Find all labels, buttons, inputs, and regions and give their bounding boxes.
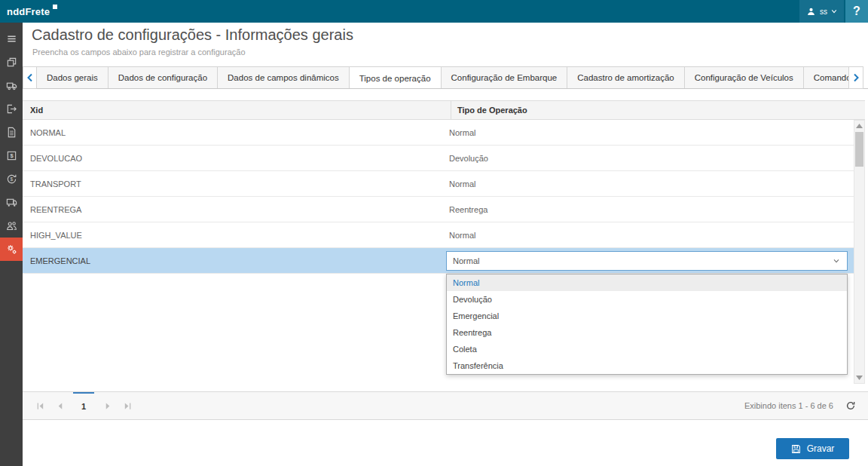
tab-dados-de-configura-o[interactable]: Dados de configuração: [108, 66, 218, 88]
save-button[interactable]: Gravar: [776, 438, 849, 459]
tab-cadastro-de-amortiza-o[interactable]: Cadastro de amortização: [567, 66, 684, 88]
previous-page-button[interactable]: [50, 392, 69, 419]
cell-tipo-operacao: Normal: [443, 248, 854, 273]
table-row[interactable]: REENTREGAReentrega: [23, 197, 854, 222]
cell-tipo-operacao: Normal: [443, 120, 854, 145]
table-row[interactable]: TRANSPORTNormal: [23, 171, 854, 197]
sidebar: $$: [0, 23, 23, 466]
save-icon: [791, 444, 801, 454]
dropdown-option[interactable]: Normal: [447, 274, 847, 291]
invoice-icon: $: [6, 150, 17, 161]
user-icon: [806, 7, 816, 17]
grid-header: Xid Tipo de Operação: [23, 100, 865, 120]
cell-tipo-operacao: Normal: [443, 171, 854, 196]
last-page-icon: [124, 402, 132, 410]
topbar: nddFrete ss ?: [0, 0, 868, 23]
chevron-down-icon: [832, 256, 841, 265]
sidebar-item-copies[interactable]: [0, 51, 23, 74]
table-row[interactable]: NORMALNormal: [23, 120, 854, 146]
help-button[interactable]: ?: [845, 0, 868, 23]
refresh-money-icon: $: [6, 173, 17, 185]
users-icon: [6, 220, 17, 231]
refresh-icon: [845, 400, 856, 411]
first-page-button[interactable]: [30, 392, 50, 419]
cell-xid: REENTREGA: [23, 197, 443, 222]
scroll-down-button[interactable]: [854, 372, 864, 383]
dropdown-option[interactable]: Emergencial: [447, 308, 847, 324]
main-content: Cadastro de configurações - Informações …: [23, 23, 868, 466]
table-row[interactable]: DEVOLUCAODevolução: [23, 146, 854, 171]
tab-dados-de-campos-din-micos[interactable]: Dados de campos dinâmicos: [218, 66, 350, 88]
dropdown-option[interactable]: Transferência: [447, 357, 847, 374]
sidebar-item-invoice[interactable]: $: [0, 144, 23, 167]
cell-xid: NORMAL: [23, 120, 443, 145]
svg-text:$: $: [10, 152, 14, 159]
app-logo: nddFrete: [7, 6, 58, 17]
cell-xid: EMERGENCIAL: [23, 248, 443, 273]
copies-icon: [6, 57, 17, 68]
cell-xid: TRANSPORT: [23, 171, 443, 196]
tab-scroll-left-button[interactable]: [23, 66, 37, 89]
cell-xid: DEVOLUCAO: [23, 146, 443, 170]
scrollbar-thumb[interactable]: [855, 132, 863, 167]
triangle-up-icon: [856, 124, 863, 128]
last-page-button[interactable]: [118, 392, 137, 419]
tab-comandos-de[interactable]: Comandos de: [804, 66, 848, 88]
user-menu-button[interactable]: ss: [799, 0, 844, 23]
tab-dados-gerais[interactable]: Dados gerais: [37, 66, 108, 88]
page-subtitle: Preencha os campos abaixo para registrar…: [32, 48, 246, 57]
menu-icon: [6, 33, 17, 44]
scroll-up-button[interactable]: [854, 121, 864, 131]
sidebar-item-export[interactable]: [0, 97, 23, 121]
first-page-icon: [36, 402, 44, 410]
sidebar-item-refresh-money[interactable]: $: [0, 167, 23, 191]
current-page-button[interactable]: 1: [73, 392, 94, 419]
chevron-right-icon: [852, 73, 860, 82]
column-header-tipo-operacao[interactable]: Tipo de Operação: [451, 101, 865, 119]
tipo-operacao-combobox[interactable]: Normal: [446, 251, 848, 271]
document-icon: [6, 127, 17, 138]
refresh-button[interactable]: [845, 400, 856, 411]
tab-strip: Dados geraisDados de configuraçãoDados d…: [37, 66, 848, 88]
topbar-right: ss ?: [799, 0, 868, 23]
cell-tipo-operacao: Reentrega: [443, 197, 854, 222]
fleet-truck-icon: [6, 197, 17, 208]
dropdown-panel: NormalDevoluçãoEmergencialReentregaColet…: [446, 274, 848, 375]
table-row[interactable]: EMERGENCIALNormal: [23, 248, 854, 274]
vertical-scrollbar[interactable]: [854, 120, 865, 384]
gears-icon: [6, 244, 17, 255]
dropdown-option[interactable]: Coleta: [447, 341, 847, 357]
chevron-down-icon: [831, 8, 837, 14]
cell-xid: HIGH_VALUE: [23, 222, 443, 247]
save-button-label: Gravar: [807, 443, 835, 454]
tab-tipos-de-opera-o[interactable]: Tipos de operação: [350, 66, 442, 88]
user-label: ss: [820, 8, 827, 16]
sidebar-item-document[interactable]: [0, 121, 23, 144]
table-row[interactable]: HIGH_VALUENormal: [23, 222, 854, 248]
pagination-bar: 1 Exibindo itens 1 - 6 de 6: [23, 391, 868, 420]
previous-page-icon: [56, 402, 64, 410]
column-header-xid[interactable]: Xid: [23, 101, 451, 119]
cell-tipo-operacao: Normal: [443, 222, 854, 247]
export-icon: [6, 103, 17, 115]
svg-text:$: $: [10, 176, 13, 182]
page-title: Cadastro de configurações - Informações …: [32, 26, 353, 44]
tab-scroll-right-button[interactable]: [848, 66, 863, 89]
sidebar-item-menu[interactable]: [0, 27, 23, 51]
chevron-left-icon: [26, 73, 34, 82]
dropdown-option[interactable]: Devolução: [447, 291, 847, 308]
sidebar-item-users[interactable]: [0, 214, 23, 238]
next-page-icon: [104, 402, 112, 410]
next-page-button[interactable]: [98, 392, 118, 419]
truck-icon: [6, 80, 17, 91]
tab-configura-o-de-ve-culos[interactable]: Configuração de Veículos: [685, 66, 804, 88]
tab-configura-o-de-embarque[interactable]: Configuração de Embarque: [442, 66, 568, 88]
sidebar-item-truck[interactable]: [0, 74, 23, 97]
sidebar-item-settings[interactable]: [0, 238, 23, 261]
triangle-down-icon: [856, 376, 863, 380]
items-status-text: Exibindo itens 1 - 6 de 6: [744, 401, 833, 410]
dropdown-option[interactable]: Reentrega: [447, 324, 847, 341]
sidebar-item-fleet[interactable]: [0, 191, 23, 214]
tabbar: Dados geraisDados de configuraçãoDados d…: [23, 66, 868, 89]
combobox-value: Normal: [453, 256, 479, 265]
